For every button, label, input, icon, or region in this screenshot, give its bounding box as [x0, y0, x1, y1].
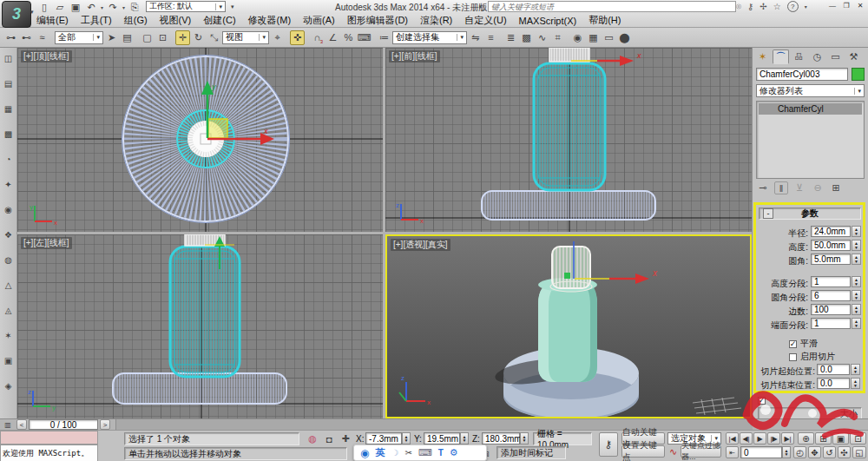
selection-filter-dropdown[interactable]: 全部 ▾	[55, 31, 103, 44]
unlink-selection-button[interactable]: ⊷	[19, 30, 34, 45]
new-file-button[interactable]: ▯	[38, 2, 50, 13]
left-toolbar-icon-13[interactable]: ▣	[2, 353, 16, 367]
modifier-stack-item[interactable]: ChamferCyl	[759, 103, 862, 115]
go-to-end-button[interactable]: ▶|	[781, 432, 794, 445]
left-toolbar-icon-8[interactable]: ❖	[2, 227, 16, 241]
viewport-front[interactable]: x z x [+][前][线框]	[385, 48, 752, 232]
coord-z-field[interactable]: 180.3mm	[482, 432, 520, 445]
ribbon-toggle-button[interactable]: ▩	[519, 30, 534, 45]
menu-maxscript[interactable]: MAXScript(X)	[519, 16, 577, 26]
time-configuration-button[interactable]: ◴	[793, 446, 806, 458]
ime-logo-icon[interactable]: ◉	[360, 447, 369, 459]
window-crossing-toggle[interactable]: ⊡	[155, 30, 170, 45]
next-frame-button[interactable]: |▶	[767, 432, 780, 445]
menu-edit[interactable]: 编辑(E)	[36, 14, 69, 27]
maxscript-listener-pink-line[interactable]	[0, 431, 98, 445]
coord-y-field[interactable]: 19.5mm	[424, 432, 460, 445]
zoom-button[interactable]: ⊕	[798, 432, 814, 445]
select-by-name-button[interactable]: ▤	[120, 30, 135, 45]
select-and-move-button[interactable]: ✛	[175, 30, 190, 45]
track-bar-mode-button[interactable]: ▥	[2, 419, 14, 430]
schematic-view-button[interactable]: ⌗	[550, 30, 565, 45]
left-toolbar-icon-2[interactable]: ▤	[2, 76, 16, 90]
current-frame-spinner[interactable]: ▲▼	[782, 446, 791, 458]
object-name-field[interactable]: ChamferCyl003	[756, 68, 848, 81]
viewport-front-label[interactable]: [+][前][线框]	[389, 50, 440, 63]
workspace-selector[interactable]: 工作区: 默认 ▾	[146, 1, 226, 12]
named-selection-sets-combo[interactable]: 创建选择集 ▾	[392, 31, 467, 44]
left-toolbar-icon-5[interactable]: ◔	[2, 152, 16, 166]
picker-icon[interactable]: ✢	[760, 2, 766, 11]
pan-view-button[interactable]: ✥	[808, 446, 821, 458]
undo-button[interactable]: ↶	[85, 2, 97, 13]
ime-language-toggle[interactable]: 英	[375, 446, 385, 459]
viewport-left-label[interactable]: [+][左][线框]	[21, 237, 72, 249]
material-editor-button[interactable]: ◉	[570, 30, 585, 45]
reference-coordinate-dropdown[interactable]: 视图 ▾	[222, 31, 269, 44]
maximize-viewport-toggle[interactable]: ◱	[852, 446, 866, 458]
rectangular-selection-region-button[interactable]: ▢	[140, 30, 155, 45]
favorites-star-icon[interactable]: ☆	[773, 2, 781, 11]
zoom-extents-button[interactable]: ▣	[832, 432, 849, 445]
viewport-perspective-label[interactable]: [+][透视][真实]	[391, 239, 450, 251]
menu-animation[interactable]: 动画(A)	[303, 14, 335, 27]
menu-tools[interactable]: 工具(T)	[81, 14, 112, 27]
app-logo[interactable]: 3	[2, 1, 31, 28]
tab-display[interactable]: ▭	[827, 49, 844, 64]
project-folder-button[interactable]: ⎘	[128, 2, 141, 13]
orbit-selected-button[interactable]: ✣	[838, 446, 851, 458]
menu-customize[interactable]: 自定义(U)	[464, 14, 506, 27]
search-icon[interactable]: ⌾	[736, 2, 741, 12]
close-button[interactable]: ✕	[854, 1, 866, 10]
restore-button[interactable]: ❐	[840, 1, 852, 10]
left-toolbar-icon-4[interactable]: ▩	[2, 127, 16, 141]
object-color-swatch[interactable]	[852, 68, 865, 81]
key-filters-button[interactable]: 关键点过滤器...	[681, 445, 721, 458]
orbit-button[interactable]: ↺	[823, 446, 836, 458]
help-icon[interactable]: ?	[787, 1, 799, 12]
ime-skin-icon[interactable]: T	[438, 448, 444, 458]
menu-graph-editors[interactable]: 图形编辑器(D)	[347, 14, 408, 27]
menu-help[interactable]: 帮助(H)	[589, 14, 621, 27]
snaps-toggle-3d[interactable]: ∩ 3	[310, 30, 325, 45]
ime-screenshot-icon[interactable]: ✂	[404, 448, 411, 458]
left-toolbar-icon-11[interactable]: ◬	[2, 303, 16, 317]
select-and-link-button[interactable]: ⊶	[3, 30, 18, 45]
configure-modifier-sets-button[interactable]: ⊞	[829, 181, 843, 194]
menu-create[interactable]: 创建(C)	[203, 14, 235, 27]
undo-dropdown-arrow[interactable]: ▾	[101, 4, 103, 10]
tab-create[interactable]: ✶	[754, 49, 771, 64]
help-search-input[interactable]	[488, 1, 736, 12]
left-toolbar-icon-3[interactable]: ▦	[2, 102, 16, 115]
pin-stack-button[interactable]: ⊸	[756, 181, 770, 194]
time-slider-prev-button[interactable]: <	[16, 419, 27, 430]
menu-modifiers[interactable]: 修改器(M)	[248, 14, 292, 27]
open-file-button[interactable]: ▱	[54, 2, 66, 13]
select-object-button[interactable]: ➤	[104, 30, 119, 45]
ime-moon-icon[interactable]: ☽	[391, 448, 398, 458]
select-and-manipulate-button[interactable]: ✜	[290, 30, 305, 45]
left-toolbar-icon-6[interactable]: ✦	[2, 177, 16, 191]
left-toolbar-icon-14[interactable]: ◈	[2, 379, 16, 392]
show-end-result-button[interactable]: ‖	[774, 181, 788, 194]
viewport-left[interactable]: z y [+][左][线框]	[17, 234, 383, 418]
play-button[interactable]: ▶	[753, 432, 766, 445]
make-unique-button[interactable]: ⊻	[792, 181, 806, 194]
coord-z-spinner[interactable]: ▲▼	[520, 432, 529, 445]
go-to-start-button[interactable]: |◀	[726, 432, 739, 445]
left-toolbar-icon-7[interactable]: ◉	[2, 202, 16, 216]
tab-utilities[interactable]: ⚒	[845, 49, 862, 64]
menu-rendering[interactable]: 渲染(R)	[420, 14, 452, 27]
zoom-all-button[interactable]: ⊞	[815, 432, 832, 445]
set-keys-button[interactable]: ⚷	[599, 432, 618, 457]
coord-y-spinner[interactable]: ▲▼	[460, 432, 469, 445]
percent-snap-toggle[interactable]: %	[341, 30, 356, 45]
help-arrow-icon[interactable]: ▾	[805, 3, 807, 10]
left-toolbar-icon-10[interactable]: △	[2, 278, 16, 292]
absolute-mode-transform-icon[interactable]: ✚	[339, 432, 352, 445]
bind-to-space-warp-button[interactable]: ≈	[35, 30, 49, 45]
workspace-extra-arrow[interactable]: ▾	[231, 3, 234, 10]
ime-soft-keyboard-icon[interactable]: ⌨	[418, 447, 432, 458]
save-file-button[interactable]: ▣	[69, 2, 82, 13]
render-setup-button[interactable]: ▦	[586, 30, 601, 45]
